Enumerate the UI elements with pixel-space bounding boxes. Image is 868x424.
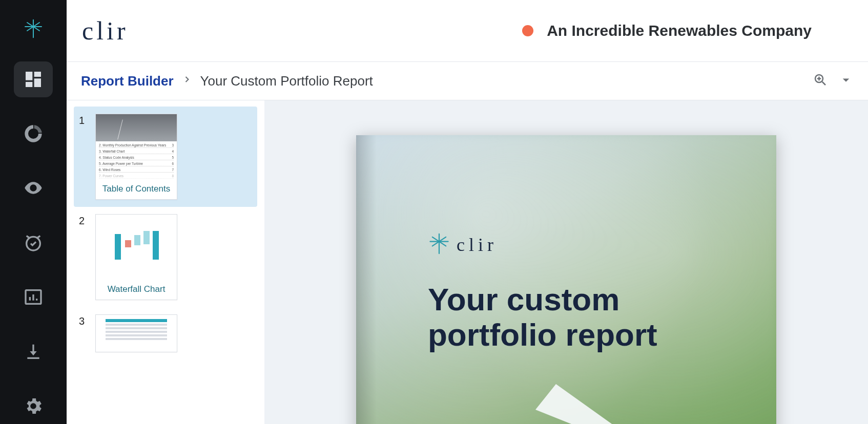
svg-rect-3	[26, 82, 32, 87]
status-dot	[522, 25, 533, 36]
zoom-dropdown[interactable]	[838, 72, 854, 90]
chevron-right-icon	[182, 74, 192, 88]
bar-chart-icon	[23, 287, 44, 307]
page-title: Waterfall Chart	[96, 281, 177, 296]
svg-rect-0	[26, 72, 32, 80]
gear-icon	[23, 396, 44, 416]
nav-view[interactable]	[14, 170, 53, 206]
zoom-in-button[interactable]	[813, 72, 828, 90]
svg-rect-11	[143, 231, 150, 244]
donut-chart-icon	[23, 123, 44, 144]
download-icon	[23, 341, 44, 362]
app-logo	[18, 14, 49, 43]
document-title: Your custom portfolio report	[428, 282, 776, 353]
page-thumbnail	[96, 215, 177, 281]
document-canvas[interactable]: clir Your custom portfolio report	[264, 100, 868, 424]
svg-rect-9	[125, 240, 131, 247]
page-item-1[interactable]: 1 2. Monthly Production Against Previous…	[74, 107, 257, 207]
document-logo-text: clir	[457, 234, 498, 256]
waterfall-icon	[111, 225, 162, 271]
page-item-3[interactable]: 3	[74, 307, 257, 359]
page-number: 3	[79, 314, 89, 352]
main-area: clir An Incredible Renewables Company Re…	[67, 0, 868, 424]
nav-download[interactable]	[14, 333, 53, 369]
document-page: clir Your custom portfolio report	[356, 135, 776, 424]
svg-rect-10	[134, 235, 140, 245]
app-sidebar	[0, 0, 67, 424]
svg-rect-6	[27, 357, 39, 359]
page-thumbnail: 2. Monthly Production Against Previous Y…	[96, 114, 177, 181]
workspace: 1 2. Monthly Production Against Previous…	[67, 100, 868, 424]
dashboard-icon	[23, 69, 44, 90]
svg-rect-2	[34, 78, 41, 87]
alarm-icon	[23, 232, 44, 253]
app-header: clir An Incredible Renewables Company	[67, 0, 868, 61]
eye-icon	[23, 178, 44, 198]
page-thumbnail	[96, 315, 177, 349]
clir-star-icon	[23, 18, 44, 39]
page-item-2[interactable]: 2 Waterfall Chart	[74, 207, 257, 307]
brand: clir	[82, 16, 129, 46]
page-list: 1 2. Monthly Production Against Previous…	[67, 100, 264, 424]
svg-rect-1	[34, 72, 41, 77]
page-number: 2	[79, 214, 89, 300]
nav-settings[interactable]	[14, 388, 53, 424]
breadcrumb-current: Your Custom Portfolio Report	[200, 73, 373, 89]
nav-reports[interactable]	[14, 279, 53, 315]
brand-text: clir	[82, 16, 129, 46]
company-name: An Incredible Renewables Company	[547, 22, 812, 39]
document-logo: clir	[428, 232, 776, 257]
svg-rect-12	[153, 231, 159, 260]
nav-alerts[interactable]	[14, 225, 53, 261]
svg-rect-8	[115, 234, 121, 260]
nav-analytics[interactable]	[14, 116, 53, 152]
page-title: Table of Contents	[96, 181, 177, 196]
page-number: 1	[79, 114, 89, 200]
breadcrumb: Report Builder Your Custom Portfolio Rep…	[81, 73, 373, 89]
nav-dashboard[interactable]	[14, 61, 53, 97]
toolbar: Report Builder Your Custom Portfolio Rep…	[67, 61, 868, 100]
breadcrumb-root[interactable]: Report Builder	[81, 73, 174, 89]
clir-star-icon	[428, 232, 450, 255]
